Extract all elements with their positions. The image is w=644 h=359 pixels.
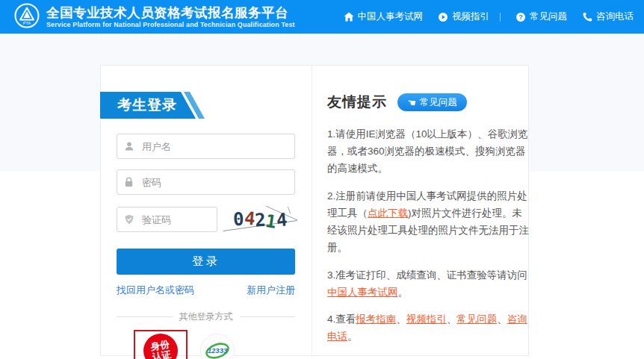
other-methods-label: 其他登录方式	[179, 310, 233, 323]
brand: PTA 全国专业技术人员资格考试报名服务平台 Service Platform …	[13, 2, 295, 32]
register-link[interactable]: 新用户注册	[247, 284, 295, 297]
tip-link[interactable]: 中国人事考试网	[327, 287, 398, 298]
tip-link[interactable]: 常见问题	[456, 313, 497, 325]
user-icon	[124, 141, 134, 152]
tip-link[interactable]: 点此下载	[368, 207, 408, 219]
question-icon: ?	[515, 12, 526, 22]
phone-icon	[582, 12, 592, 22]
tip-text: 。	[347, 331, 358, 342]
nav-faq[interactable]: ? 常见问题	[515, 10, 567, 23]
captcha-digit: 4	[276, 209, 288, 231]
tip-text: 3.准考证打印、成绩查询、证书查验等请访问	[327, 269, 527, 281]
divider-line	[117, 316, 173, 317]
login-form: 04214 登录 找回用户名或密码 新用户注册 其他登录方式	[101, 119, 312, 359]
play-icon	[438, 12, 448, 22]
login-panel: 考生登录	[101, 66, 312, 355]
tip-text: 4.查看	[327, 313, 356, 325]
site-subtitle: Service Platform for National Profession…	[46, 21, 295, 28]
other-methods-divider: 其他登录方式	[117, 310, 295, 323]
tip-text: 。	[398, 287, 409, 298]
tip-link[interactable]: 报考指南	[356, 313, 396, 325]
site-title: 全国专业技术人员资格考试报名服务平台	[46, 5, 295, 20]
main-card: 考生登录	[100, 65, 529, 356]
tip-item: 1.请使用IE浏览器（10以上版本）、谷歌浏览器，或者360浏览器的极速模式、搜…	[327, 125, 530, 178]
nav-video-guide[interactable]: 视频指引	[438, 10, 489, 23]
login-title-ribbon: 考生登录	[100, 92, 212, 119]
shield-icon	[124, 214, 134, 225]
home-icon	[344, 12, 354, 22]
tip-item: 2.注册前请使用中国人事考试网提供的照片处理工具（点此下载)对照片文件进行处理。…	[327, 187, 530, 257]
login-method-national-id[interactable]: 身份 认证 国家网络身份认证	[134, 330, 188, 359]
captcha-row: 04214	[117, 195, 295, 234]
captcha-noise-line	[288, 207, 291, 214]
login-methods: 身份 认证 国家网络身份认证 12333	[117, 330, 295, 359]
nav-hotline[interactable]: 咨询电话	[582, 10, 634, 23]
tips-header: 友情提示 ☚ 常见问题	[327, 93, 530, 112]
mohrss-12333-icon: 12333	[200, 334, 235, 359]
forgot-credentials-link[interactable]: 找回用户名或密码	[117, 284, 194, 297]
login-method-mohrss[interactable]: 12333 人社政务平台	[188, 330, 247, 359]
captcha-image[interactable]: 04214	[226, 205, 295, 234]
identity-badge-icon: 身份 认证	[143, 334, 178, 359]
brand-text: 全国专业技术人员资格考试报名服务平台 Service Platform for …	[46, 5, 295, 28]
password-field	[117, 169, 295, 195]
svg-text:?: ?	[518, 13, 523, 21]
login-title: 考生登录	[117, 96, 177, 115]
password-input[interactable]	[117, 169, 295, 195]
svg-text:12333: 12333	[208, 346, 228, 355]
tip-item: 4.查看报考指南、视频指引、常见问题、咨询电话。	[327, 310, 530, 345]
divider-line	[240, 316, 296, 317]
svg-text:PTA: PTA	[23, 20, 31, 25]
faq-button[interactable]: ☚ 常见问题	[397, 93, 467, 111]
page: PTA 全国专业技术人员资格考试报名服务平台 Service Platform …	[0, 0, 644, 359]
login-button[interactable]: 登录	[117, 249, 295, 275]
nav-china-personnel-exam-site[interactable]: 中国人事考试网	[344, 10, 424, 23]
username-field	[117, 134, 295, 159]
tip-text: 、	[497, 313, 507, 325]
header-nav: 中国人事考试网 视频指引 ? 常见问题 咨询电话	[329, 10, 634, 23]
tip-item: 3.准考证打印、成绩查询、证书查验等请访问中国人事考试网。	[327, 266, 530, 301]
captcha-field	[117, 207, 217, 232]
tips-title: 友情提示	[327, 93, 387, 112]
tips-list: 1.请使用IE浏览器（10以上版本）、谷歌浏览器，或者360浏览器的极速模式、搜…	[327, 125, 530, 345]
tip-text: 1.请使用IE浏览器（10以上版本）、谷歌浏览器，或者360浏览器的极速模式、搜…	[327, 128, 528, 174]
lock-icon	[124, 177, 134, 187]
tip-text: 、	[447, 313, 457, 325]
nav-separator	[500, 13, 501, 22]
username-input[interactable]	[117, 134, 295, 159]
login-links: 找回用户名或密码 新用户注册	[117, 284, 295, 297]
site-logo-icon: PTA	[13, 2, 40, 32]
site-header: PTA 全国专业技术人员资格考试报名服务平台 Service Platform …	[0, 0, 644, 34]
tip-link[interactable]: 视频指引	[406, 313, 447, 325]
tip-text: 、	[396, 313, 406, 325]
pointing-hand-icon: ☚	[406, 97, 416, 107]
tips-panel: 友情提示 ☚ 常见问题 1.请使用IE浏览器（10以上版本）、谷歌浏览器，或者3…	[312, 66, 544, 355]
